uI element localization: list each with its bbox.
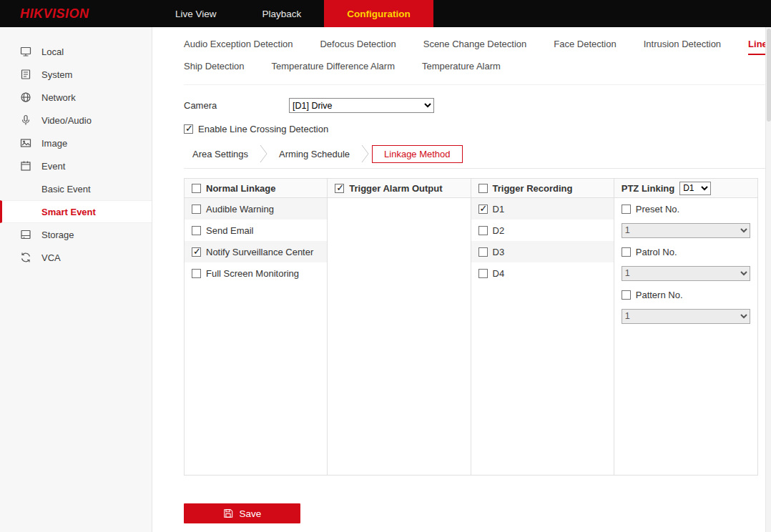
normal-linkage-checkbox[interactable] (192, 184, 201, 193)
save-icon (223, 508, 233, 518)
sidebar: Local System Network Video/Audio Image E… (0, 27, 152, 532)
pattern-no-label: Pattern No. (636, 290, 683, 300)
tab-intrusion-detection[interactable]: Intrusion Detection (644, 39, 721, 55)
tab-scene-change-detection[interactable]: Scene Change Detection (423, 39, 527, 55)
notify-surveillance-center-checkbox[interactable] (192, 247, 201, 257)
sidebar-item-storage[interactable]: Storage (0, 223, 152, 246)
trigger-recording-column: Trigger Recording D1 D2 D3 D4 (471, 179, 614, 475)
microphone-icon (20, 114, 31, 126)
sidebar-item-vca[interactable]: VCA (0, 246, 152, 269)
recording-d1-checkbox[interactable] (478, 205, 488, 214)
recording-d3-checkbox[interactable] (478, 247, 488, 257)
patrol-no-label: Patrol No. (636, 247, 677, 257)
tab-face-detection[interactable]: Face Detection (554, 39, 616, 55)
sidebar-item-local[interactable]: Local (0, 40, 152, 63)
sidebar-item-label: Smart Event (41, 207, 96, 217)
pattern-number-select[interactable]: 1 (622, 309, 750, 324)
subtab-area-settings[interactable]: Area Settings (184, 146, 257, 162)
audible-warning-label: Audible Warning (206, 204, 274, 215)
normal-linkage-header-label: Normal Linkage (206, 183, 276, 194)
tab-temperature-difference-alarm[interactable]: Temperature Difference Alarm (272, 61, 395, 77)
configuration-panel: Audio Exception Detection Defocus Detect… (152, 27, 765, 532)
recording-d3-label: D3 (493, 247, 505, 257)
recording-d2-label: D2 (493, 225, 505, 236)
ptz-linking-column: PTZ Linking D1 Preset No. 1 Patrol N (614, 179, 757, 475)
vertical-scrollbar[interactable] (765, 27, 771, 532)
normal-linkage-column: Normal Linkage Audible Warning Send Emai… (185, 179, 328, 475)
linkage-method-table: Normal Linkage Audible Warning Send Emai… (184, 178, 758, 476)
full-screen-monitoring-checkbox[interactable] (192, 269, 201, 278)
linkage-row: 1 (614, 305, 757, 327)
sidebar-item-label: Image (41, 138, 67, 149)
ptz-channel-select[interactable]: D1 (679, 182, 711, 195)
save-button[interactable]: Save (184, 503, 300, 523)
sidebar-item-video-audio[interactable]: Video/Audio (0, 109, 152, 132)
enable-row: Enable Line Crossing Detection (184, 124, 765, 134)
notify-surveillance-center-label: Notify Surveillance Center (206, 247, 313, 257)
full-screen-monitoring-label: Full Screen Monitoring (206, 268, 299, 279)
recording-d4-checkbox[interactable] (478, 269, 488, 278)
normal-linkage-header: Normal Linkage (185, 179, 327, 198)
linkage-row: Audible Warning (185, 198, 327, 220)
sidebar-item-label: Basic Event (41, 184, 91, 194)
vca-icon (20, 252, 31, 263)
preset-number-select[interactable]: 1 (622, 223, 750, 238)
send-email-label: Send Email (206, 225, 253, 236)
sidebar-item-label: Network (41, 92, 76, 103)
linkage-row: Full Screen Monitoring (185, 262, 327, 284)
linkage-row: D3 (471, 241, 614, 262)
sidebar-item-network[interactable]: Network (0, 86, 152, 109)
ptz-linking-header-label: PTZ Linking (622, 183, 674, 194)
tab-defocus-detection[interactable]: Defocus Detection (320, 39, 396, 55)
linkage-row: D4 (471, 262, 614, 284)
tab-ship-detection[interactable]: Ship Detection (184, 61, 245, 77)
linkage-row: 1 (614, 262, 757, 284)
chevron-separator-icon (260, 144, 267, 163)
settings-subtabs: Area Settings Arming Schedule Linkage Me… (184, 144, 765, 169)
save-button-label: Save (240, 508, 262, 519)
detection-tabs: Audio Exception Detection Defocus Detect… (184, 27, 765, 85)
calendar-icon (20, 160, 31, 172)
preset-no-checkbox[interactable] (622, 205, 631, 214)
sidebar-item-label: Storage (41, 230, 74, 240)
sidebar-item-event[interactable]: Event (0, 154, 152, 177)
subtab-linkage-method[interactable]: Linkage Method (372, 145, 463, 163)
patrol-no-checkbox[interactable] (622, 247, 631, 257)
enable-line-crossing-label: Enable Line Crossing Detection (198, 124, 328, 134)
sidebar-item-smart-event[interactable]: Smart Event (0, 200, 152, 223)
tab-playback[interactable]: Playback (240, 0, 325, 27)
tab-temperature-alarm[interactable]: Temperature Alarm (422, 61, 501, 77)
app-window: HIKVISION Live View Playback Configurati… (0, 0, 771, 532)
linkage-row: Pattern No. (614, 284, 757, 305)
subtab-arming-schedule[interactable]: Arming Schedule (270, 146, 358, 162)
audible-warning-checkbox[interactable] (192, 205, 201, 214)
trigger-alarm-output-header: Trigger Alarm Output (328, 179, 470, 198)
trigger-alarm-output-column: Trigger Alarm Output (328, 179, 471, 475)
camera-select[interactable]: [D1] Drive (289, 98, 434, 113)
hikvision-logo: HIKVISION (0, 0, 152, 27)
image-icon (20, 137, 31, 149)
topbar: HIKVISION Live View Playback Configurati… (0, 0, 771, 27)
tab-audio-exception-detection[interactable]: Audio Exception Detection (184, 39, 293, 55)
detection-tabs-row-1: Audio Exception Detection Defocus Detect… (174, 39, 765, 55)
sidebar-item-label: Video/Audio (41, 115, 92, 126)
recording-d2-checkbox[interactable] (478, 226, 488, 235)
sidebar-item-system[interactable]: System (0, 63, 152, 86)
send-email-checkbox[interactable] (192, 226, 201, 235)
trigger-alarm-output-checkbox[interactable] (335, 184, 344, 193)
pattern-no-checkbox[interactable] (622, 290, 631, 300)
tab-live-view[interactable]: Live View (152, 0, 240, 27)
sidebar-item-label: VCA (41, 252, 61, 263)
linkage-row: Patrol No. (614, 241, 757, 262)
scrollbar-thumb[interactable] (767, 29, 771, 122)
patrol-number-select[interactable]: 1 (622, 266, 750, 281)
preset-no-label: Preset No. (636, 204, 679, 215)
detection-tabs-row-2: Ship Detection Temperature Difference Al… (174, 61, 765, 77)
tab-configuration[interactable]: Configuration (324, 0, 433, 27)
sidebar-item-basic-event[interactable]: Basic Event (0, 177, 152, 200)
camera-row: Camera [D1] Drive (184, 98, 765, 113)
sidebar-item-image[interactable]: Image (0, 132, 152, 154)
trigger-recording-checkbox[interactable] (478, 184, 488, 193)
ptz-linking-header: PTZ Linking D1 (614, 179, 757, 198)
enable-line-crossing-checkbox[interactable] (184, 124, 193, 134)
